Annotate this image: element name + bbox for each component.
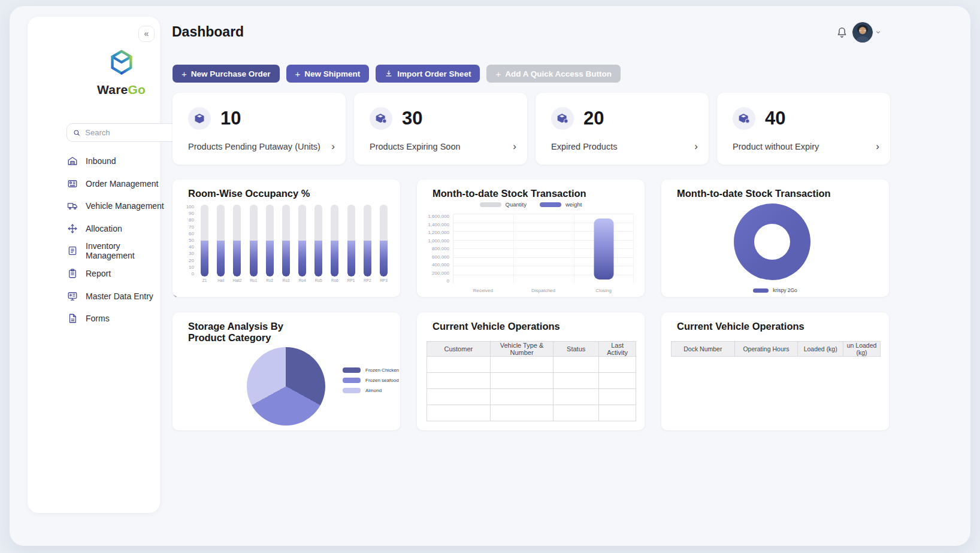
import-order-sheet-button[interactable]: Import Order Sheet [376, 65, 480, 83]
add-quick-access-button[interactable]: + Add A Quick Access Button [486, 65, 621, 83]
stat-label: Products Expiring Soon [370, 142, 461, 151]
column-header: Operating Hours [734, 342, 798, 357]
column-header: Dock Number [672, 342, 735, 357]
y-tick-label: 0 [447, 279, 449, 284]
chevron-right-icon[interactable]: › [513, 141, 516, 151]
plus-icon: + [182, 69, 187, 79]
bar-fill [298, 241, 306, 276]
cube-logo-icon [104, 47, 139, 78]
bar-fill [233, 241, 241, 276]
bar-track [233, 205, 241, 276]
notification-bell-icon[interactable] [835, 26, 849, 42]
table-cell [427, 405, 491, 421]
sidebar-item-order-management[interactable]: Order Management [61, 175, 184, 193]
chevron-right-icon[interactable]: › [331, 141, 335, 151]
table-header-row: Dock NumberOperating HoursLoaded (kg)un … [672, 342, 881, 357]
bar-track [217, 205, 225, 276]
bar-fill [201, 241, 208, 276]
sidebar-item-master-data-entry[interactable]: Master Data Entry [61, 287, 184, 305]
x-tick-label: Ro6 [331, 278, 338, 282]
column-header: Customer [427, 342, 491, 357]
stat-value: 20 [583, 108, 604, 129]
legend-item: Quantity [480, 201, 527, 208]
x-tick-label: Hall [217, 278, 224, 282]
table-row [427, 405, 636, 421]
file-icon [67, 313, 78, 324]
brand-go: Go [128, 83, 146, 96]
table-cell [427, 357, 491, 373]
bar-column: Ro3 [278, 205, 294, 292]
button-label: New Shipment [304, 69, 360, 78]
bar-column: Ro6 [326, 205, 343, 292]
legend-label: Almond [365, 388, 382, 393]
stock-transaction-chart: 1,600,0001,400,0001,200,0001,000,000800,… [425, 214, 634, 284]
table-cell [599, 357, 636, 373]
monitor-icon [67, 291, 78, 302]
stock-plot [453, 214, 634, 284]
new-shipment-button[interactable]: + New Shipment [286, 65, 370, 83]
card-title: Month-to-date Stock Transaction [661, 180, 889, 199]
dock-operations-table: Dock NumberOperating HoursLoaded (kg)un … [671, 341, 881, 357]
x-tick-label: Received [453, 288, 513, 293]
table-cell [553, 405, 599, 421]
truck-icon [67, 200, 78, 211]
table-cell [490, 357, 553, 373]
sidebar-item-inventory-management[interactable]: Inventory Management [61, 242, 184, 260]
bar-track [250, 205, 258, 276]
y-tick-label: 1,000,000 [428, 239, 449, 244]
table-cell [553, 357, 599, 373]
y-tick-label: 600,000 [432, 255, 449, 260]
stock-y-axis: 1,600,0001,400,0001,200,0001,000,000800,… [425, 214, 453, 284]
bar-track [282, 205, 290, 276]
sidebar-item-inbound[interactable]: Inbound [61, 152, 184, 170]
bar-fill [217, 241, 225, 276]
avatar-chevron-down-icon[interactable] [875, 29, 881, 35]
sidebar-item-allocation[interactable]: Allocation [61, 220, 184, 238]
gridline [574, 214, 574, 284]
stat-value: 10 [220, 108, 241, 129]
bar-column: Z1 [196, 205, 213, 292]
table-header-row: CustomerVehicle Type & NumberStatusLast … [427, 342, 636, 357]
search-input[interactable] [85, 128, 176, 137]
bar-track [298, 205, 306, 276]
sidebar-item-report[interactable]: Report [61, 265, 184, 282]
bar-column: Hall2 [229, 205, 245, 292]
sidebar-item-label: Inbound [86, 156, 165, 166]
y-tick-label: 200,000 [432, 271, 449, 276]
sidebar-collapse-button[interactable]: « [138, 26, 155, 42]
stock-x-axis: ReceivedDispatchedClosing [453, 288, 634, 293]
x-tick-label: Closing [573, 288, 634, 293]
bar-fill [364, 241, 371, 276]
table-row [427, 357, 636, 373]
table-cell [599, 389, 636, 405]
sidebar-item-vehicle-management[interactable]: Vehicle Management [61, 197, 184, 215]
new-purchase-order-button[interactable]: + New Purchase Order [173, 65, 280, 83]
sidebar-item-forms[interactable]: Forms [61, 309, 184, 327]
sidebar: WareGo Inbound Order Management Vehicle … [28, 17, 160, 513]
vehicle-operations-table: CustomerVehicle Type & NumberStatusLast … [427, 341, 636, 421]
bar-column: RP3 [376, 205, 392, 292]
bar-track [331, 205, 338, 276]
search-box[interactable] [66, 123, 182, 142]
legend-item: Frozen Chicken [343, 367, 399, 373]
chevron-right-icon[interactable]: › [876, 141, 879, 151]
y-tick-label: 20 [189, 259, 194, 263]
sidebar-item-label: Inventory Management [86, 241, 165, 260]
stat-card-expired: 20 Expired Products › [536, 93, 709, 165]
legend-label: weight [565, 201, 582, 208]
user-avatar[interactable] [852, 22, 873, 42]
x-tick-label: Dispatched [513, 288, 574, 293]
search-icon [73, 129, 80, 137]
brand-name: WareGo [55, 83, 187, 97]
card-title: Current Vehicle Operations [661, 312, 889, 332]
table-cell [490, 389, 553, 405]
gridline [513, 214, 514, 284]
table-cell [553, 373, 599, 389]
legend-label: Frozen Chicken [365, 367, 399, 373]
stat-label: Products Pending Putaway (Units) [188, 142, 320, 151]
table-cell [599, 405, 636, 421]
box-icon [188, 107, 211, 130]
y-tick-label: 10 [189, 265, 194, 270]
donut-legend: krispy 2Go [661, 287, 889, 293]
chevron-right-icon[interactable]: › [694, 141, 698, 151]
